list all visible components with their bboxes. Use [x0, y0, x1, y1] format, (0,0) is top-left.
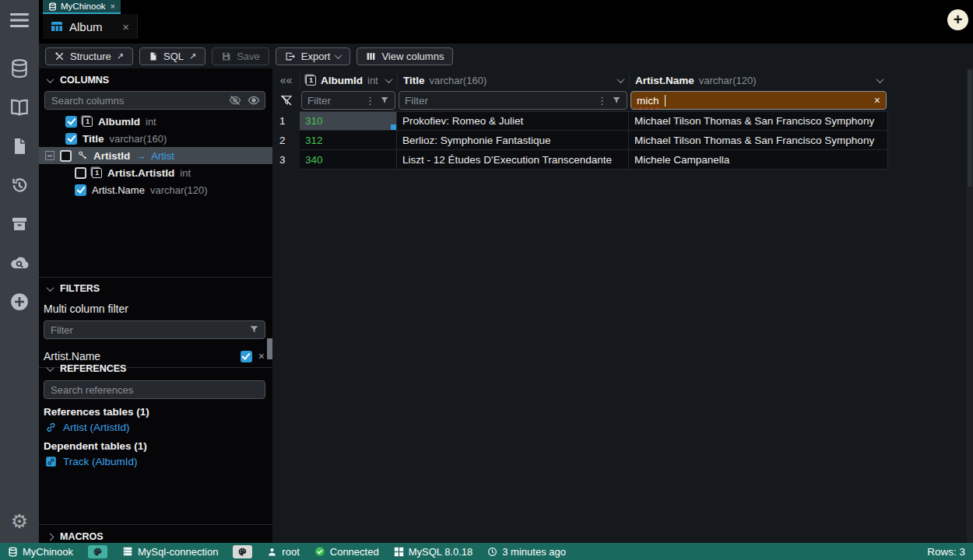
checkbox-checked[interactable] [65, 116, 77, 128]
grid-scrollbar[interactable] [967, 68, 973, 543]
sidebar-item-add-connection[interactable] [0, 286, 39, 317]
collapse-expander-icon[interactable] [45, 151, 54, 160]
cell-artist-name[interactable]: Michael Tilson Thomas & San Francisco Sy… [629, 131, 888, 150]
row-number[interactable]: 1 [272, 111, 300, 131]
checkbox-unchecked[interactable] [60, 150, 72, 162]
statusbar-database[interactable]: MyChinook [8, 546, 73, 558]
filter-menu-icon[interactable]: ⋮ [365, 95, 375, 107]
gear-icon: ⚙ [11, 510, 28, 533]
table-sidebar: COLUMNS 1 AlbumId int Title varchar(160) [39, 68, 272, 543]
chevron-down-icon[interactable] [617, 75, 625, 83]
row-number[interactable]: 3 [272, 150, 300, 170]
references-tables-label: References tables (1) [39, 406, 272, 418]
reference-link-artist[interactable]: Artist (ArtistId) [39, 422, 272, 433]
dependent-tables-label: Dependent tables (1) [39, 440, 272, 452]
column-row-artistid[interactable]: ArtistId → Artist [39, 147, 272, 164]
funnel-icon[interactable] [380, 96, 389, 105]
primary-key-column-icon: 1 [92, 168, 102, 178]
check-circle-icon [314, 546, 325, 557]
person-icon [267, 547, 277, 557]
funnel-icon[interactable] [612, 96, 621, 105]
chevron-right-icon [47, 533, 54, 541]
filters-section-header[interactable]: FILTERS [39, 281, 272, 296]
database-color-button[interactable] [88, 545, 107, 558]
sql-button[interactable]: SQL ↗ [139, 47, 205, 65]
sidebar-item-database[interactable] [0, 53, 39, 84]
sidebar-item-catalog[interactable] [0, 92, 39, 123]
tab-connection[interactable]: MyChinook × [43, 0, 121, 14]
statusbar-last-used: 3 minutes ago [487, 546, 566, 558]
column-header-artist-name[interactable]: Artist.Name varchar(120) [629, 70, 888, 90]
eye-icon[interactable] [248, 94, 260, 107]
cell-title[interactable]: Berlioz: Symphonie Fantastique [397, 131, 629, 150]
funnel-off-icon [280, 94, 293, 107]
menu-button[interactable] [0, 5, 39, 36]
sidebar-item-files[interactable] [0, 131, 39, 162]
cell-title[interactable]: Prokofiev: Romeo & Juliet [397, 111, 629, 131]
fk-arrow-icon: → [135, 150, 146, 162]
export-icon [285, 51, 296, 61]
external-link-icon: ↗ [189, 51, 196, 61]
chevron-down-icon [47, 75, 54, 83]
sidebar-item-history[interactable] [0, 170, 39, 201]
table-icon [51, 20, 63, 33]
tab-album[interactable]: Album × [43, 14, 138, 39]
close-icon[interactable]: × [111, 2, 115, 11]
filter-box-artist-name[interactable]: mich × [631, 91, 887, 110]
database-icon [9, 58, 30, 79]
statusbar: MyChinook MySql-connection root Connecte… [0, 543, 973, 560]
plus-circle-icon [9, 292, 30, 312]
fk-table-link[interactable]: Artist [151, 150, 174, 162]
dependent-link-track[interactable]: Track (AlbumId) [39, 456, 272, 467]
cell-artist-name[interactable]: Michele Campanella [629, 150, 888, 170]
filter-input-title[interactable] [405, 95, 592, 107]
search-references-input[interactable] [44, 380, 265, 399]
cell-albumid[interactable]: 340 [300, 150, 397, 170]
filter-menu-icon[interactable]: ⋮ [597, 95, 607, 107]
column-header-title[interactable]: Title varchar(160) [397, 70, 629, 90]
clear-filters-button[interactable] [272, 94, 300, 107]
sidebar-item-cloud-search[interactable] [0, 247, 39, 278]
structure-button[interactable]: Structure ↗ [45, 47, 133, 65]
sidebar-scrollbar-thumb[interactable] [267, 338, 272, 359]
column-row-artist-artistid[interactable]: 1 Artist.ArtistId int [39, 164, 272, 181]
connection-color-button[interactable] [233, 545, 252, 558]
checkbox-checked[interactable] [65, 133, 77, 145]
table-toolbar: Structure ↗ SQL ↗ Save Export View colum… [39, 44, 973, 68]
new-object-button[interactable]: + [947, 9, 968, 30]
multi-column-filter-input[interactable] [44, 320, 265, 339]
hamburger-icon [9, 12, 30, 29]
close-icon[interactable]: × [122, 20, 129, 33]
references-section-header[interactable]: REFERENCES [39, 361, 272, 376]
sidebar-item-archive[interactable] [0, 208, 39, 240]
column-row-title[interactable]: Title varchar(160) [39, 130, 272, 147]
export-button[interactable]: Export [276, 47, 351, 65]
columns-section-header[interactable]: COLUMNS [39, 72, 272, 88]
column-row-albumid[interactable]: 1 AlbumId int [39, 113, 272, 130]
checkbox-unchecked[interactable] [75, 167, 86, 179]
statusbar-user[interactable]: root [267, 546, 299, 558]
eye-off-icon[interactable] [229, 94, 241, 107]
statusbar-connection[interactable]: MySql-connection [122, 546, 218, 558]
macros-section-header[interactable]: MACROS [39, 529, 272, 544]
chevron-down-icon[interactable] [876, 75, 884, 83]
filter-input-albumid[interactable] [307, 95, 360, 107]
link-box-icon [45, 456, 57, 467]
grid-filter-row: ⋮ ⋮ mich × [272, 90, 888, 110]
save-button[interactable]: Save [212, 47, 269, 65]
collapse-left-panel-button[interactable]: «« [272, 70, 300, 90]
cell-albumid[interactable]: 312 [300, 131, 397, 150]
settings-button[interactable]: ⚙ [0, 506, 39, 537]
multi-column-filter-label: Multi column filter [39, 303, 272, 315]
checkbox-checked[interactable] [75, 184, 86, 196]
row-number[interactable]: 2 [272, 131, 300, 150]
column-row-artist-name[interactable]: Artist.Name varchar(120) [39, 181, 272, 198]
cell-artist-name[interactable]: Michael Tilson Thomas & San Francisco Sy… [629, 111, 888, 131]
cell-albumid-selected[interactable]: 310 [300, 111, 397, 131]
clear-filter-icon[interactable]: × [874, 94, 880, 107]
version-grid-icon [394, 547, 404, 557]
column-header-albumid[interactable]: 1 AlbumId int [300, 70, 397, 90]
view-columns-button[interactable]: View columns [357, 47, 453, 65]
chevron-down-icon[interactable] [385, 75, 393, 83]
cell-title[interactable]: Liszt - 12 Études D'Execution Transcenda… [397, 150, 629, 170]
